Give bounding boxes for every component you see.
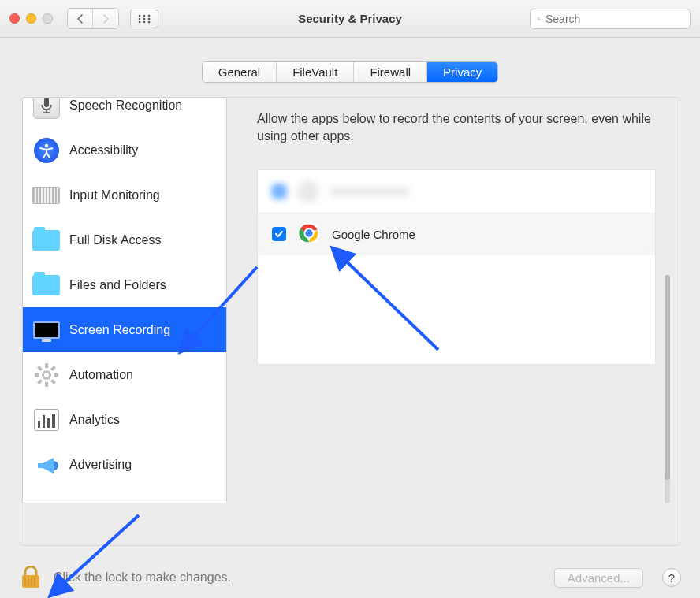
svg-point-1 [143, 14, 146, 17]
megaphone-icon [32, 451, 60, 478]
svg-point-8 [148, 20, 151, 23]
svg-rect-20 [50, 365, 55, 370]
keyboard-icon [32, 181, 60, 209]
svg-rect-21 [36, 378, 42, 384]
tab-label: Firewall [370, 65, 411, 79]
monitor-icon [32, 316, 60, 344]
help-label: ? [668, 571, 675, 585]
chrome-icon [297, 221, 321, 247]
svg-rect-19 [54, 373, 58, 377]
maximize-icon [43, 13, 53, 24]
advanced-label: Advanced... [568, 571, 630, 585]
app-list: Google Chrome [257, 169, 656, 365]
sidebar-item-full-disk-access[interactable]: Full Disk Access [23, 217, 226, 262]
detail-description: Allow the apps below to record the conte… [257, 110, 656, 146]
sidebar-item-label: Files and Folders [69, 278, 166, 292]
sidebar-item-label: Screen Recording [69, 323, 170, 337]
svg-point-24 [44, 373, 49, 377]
app-row-google-chrome[interactable]: Google Chrome [258, 213, 655, 255]
microphone-icon [32, 98, 60, 119]
sidebar-item-advertising[interactable]: Advertising [23, 442, 226, 487]
sidebar-item-analytics[interactable]: Analytics [23, 397, 226, 442]
tabs-segmented: General FileVault Firewall Privacy [202, 61, 499, 83]
sidebar-item-accessibility[interactable]: Accessibility [23, 128, 226, 173]
sidebar-item-files-and-folders[interactable]: Files and Folders [23, 262, 226, 307]
checkbox-google-chrome[interactable] [272, 227, 286, 241]
tab-general[interactable]: General [203, 62, 277, 82]
window-title: Security & Privacy [298, 12, 402, 25]
svg-rect-22 [36, 365, 42, 370]
svg-point-0 [139, 14, 141, 17]
detail-pane: Allow the apps below to record the conte… [241, 98, 680, 545]
lock-button[interactable] [19, 565, 43, 590]
window-controls [9, 13, 53, 24]
minimize-icon[interactable] [26, 13, 36, 24]
app-row-blurred [258, 255, 655, 325]
search-input[interactable] [545, 13, 683, 25]
main-panel: Speech Recognition Accessibility Input M… [20, 97, 680, 546]
help-button[interactable]: ? [662, 568, 681, 587]
app-row-blurred [258, 170, 655, 213]
search-icon [537, 13, 541, 24]
gear-icon [32, 361, 60, 388]
sidebar-list: Speech Recognition Accessibility Input M… [23, 98, 226, 487]
svg-point-6 [139, 20, 141, 23]
tabs-container: General FileVault Firewall Privacy [0, 38, 700, 97]
tab-privacy[interactable]: Privacy [427, 62, 497, 82]
advanced-button[interactable]: Advanced... [554, 568, 643, 588]
folder-icon [32, 271, 60, 299]
svg-point-7 [143, 20, 146, 23]
svg-rect-23 [50, 378, 55, 384]
svg-point-4 [143, 17, 146, 20]
back-button[interactable] [68, 9, 93, 28]
sidebar-item-automation[interactable]: Automation [23, 352, 226, 397]
search-field[interactable] [530, 9, 691, 29]
svg-point-5 [148, 17, 151, 20]
sidebar-item-input-monitoring[interactable]: Input Monitoring [23, 173, 226, 217]
svg-point-3 [139, 17, 141, 20]
tab-firewall[interactable]: Firewall [354, 62, 427, 82]
scrollbar-thumb[interactable] [665, 275, 670, 480]
svg-point-14 [44, 143, 47, 147]
accessibility-icon [32, 136, 60, 164]
app-name-label: Google Chrome [332, 228, 415, 241]
svg-line-10 [539, 19, 540, 20]
sidebar-item-screen-recording[interactable]: Screen Recording [23, 307, 226, 352]
tab-label: General [218, 65, 260, 79]
lock-hint-text: Click the lock to make changes. [54, 570, 231, 585]
close-icon[interactable] [9, 13, 20, 24]
tab-label: FileVault [292, 65, 337, 79]
sidebar-item-label: Speech Recognition [69, 98, 182, 113]
sidebar-item-label: Accessibility [69, 143, 138, 158]
folder-icon [32, 226, 60, 254]
tab-filevault[interactable]: FileVault [277, 62, 354, 82]
tab-label: Privacy [443, 65, 482, 79]
footer: Click the lock to make changes. Advanced… [19, 565, 681, 590]
titlebar: Security & Privacy [0, 0, 700, 38]
svg-rect-16 [45, 363, 48, 368]
sidebar[interactable]: Speech Recognition Accessibility Input M… [22, 98, 227, 503]
bar-chart-icon [32, 406, 60, 433]
svg-point-2 [148, 14, 151, 17]
show-all-button[interactable] [130, 9, 158, 28]
sidebar-item-label: Input Monitoring [69, 188, 160, 202]
sidebar-item-label: Advertising [69, 458, 132, 472]
sidebar-item-speech-recognition[interactable]: Speech Recognition [23, 98, 226, 128]
nav-buttons [67, 8, 119, 29]
sidebar-item-label: Full Disk Access [69, 233, 161, 247]
svg-rect-18 [35, 373, 39, 377]
svg-rect-17 [45, 382, 48, 387]
checkbox-icon [272, 184, 286, 199]
sidebar-wrap: Speech Recognition Accessibility Input M… [20, 98, 241, 545]
sidebar-item-label: Analytics [69, 413, 120, 427]
forward-button[interactable] [93, 9, 118, 28]
svg-rect-31 [22, 575, 39, 588]
sidebar-item-label: Automation [69, 368, 133, 382]
svg-rect-11 [44, 98, 49, 107]
content: Speech Recognition Accessibility Input M… [20, 98, 680, 545]
